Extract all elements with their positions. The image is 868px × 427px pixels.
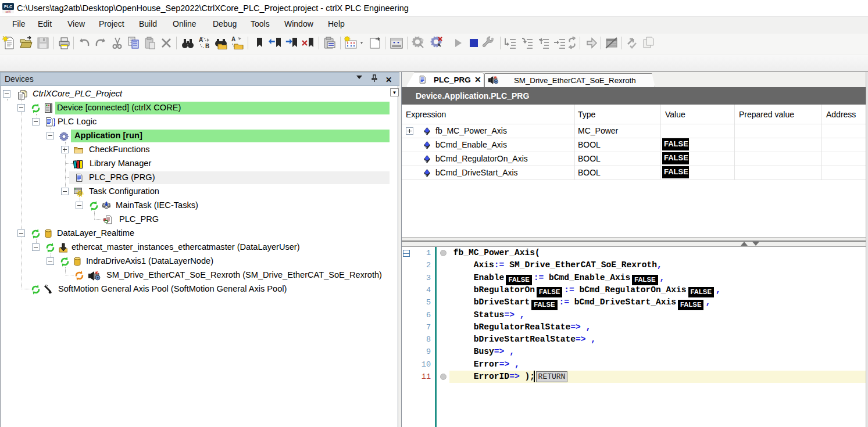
svg-text:PLC: PLC — [4, 5, 12, 9]
svg-text:ctrlX: ctrlX — [6, 10, 11, 13]
svg-text:A: A — [231, 36, 235, 42]
svg-text:B: B — [205, 43, 209, 49]
